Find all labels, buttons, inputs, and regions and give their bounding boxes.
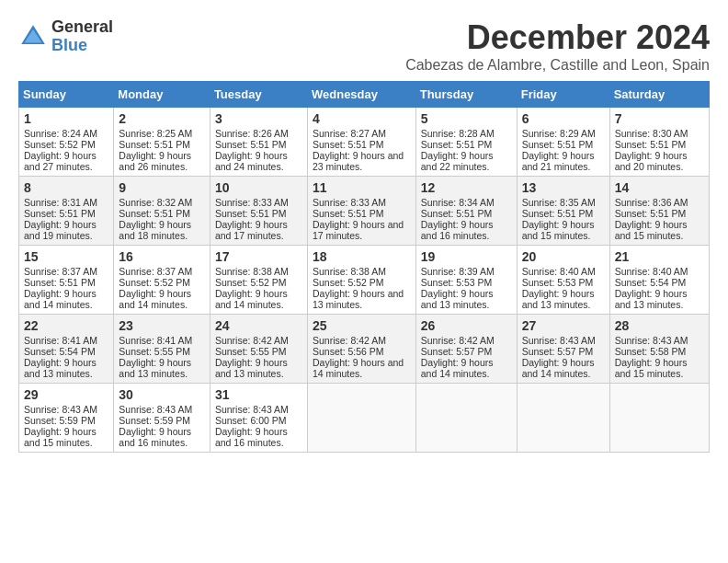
day-number: 28 bbox=[615, 318, 704, 333]
day-number: 31 bbox=[215, 387, 302, 402]
calendar-cell: 24Sunrise: 8:42 AMSunset: 5:55 PMDayligh… bbox=[210, 315, 307, 384]
sunrise-label: Sunrise: 8:42 AM bbox=[313, 335, 386, 346]
calendar-cell bbox=[415, 384, 517, 453]
sunset-label: Sunset: 5:51 PM bbox=[522, 139, 594, 150]
sunrise-label: Sunrise: 8:35 AM bbox=[522, 197, 596, 208]
calendar-cell bbox=[307, 384, 415, 453]
daylight-label: Daylight: 9 hours and 13 minutes. bbox=[615, 288, 688, 310]
day-number: 15 bbox=[24, 249, 108, 264]
week-row-4: 22Sunrise: 8:41 AMSunset: 5:54 PMDayligh… bbox=[19, 315, 710, 384]
daylight-label: Daylight: 9 hours and 20 minutes. bbox=[615, 150, 688, 172]
calendar-cell: 19Sunrise: 8:39 AMSunset: 5:53 PMDayligh… bbox=[415, 246, 517, 315]
day-number: 19 bbox=[421, 249, 512, 264]
calendar-cell: 10Sunrise: 8:33 AMSunset: 5:51 PMDayligh… bbox=[210, 177, 307, 246]
daylight-label: Daylight: 9 hours and 13 minutes. bbox=[313, 288, 404, 310]
daylight-label: Daylight: 9 hours and 14 minutes. bbox=[421, 357, 494, 379]
daylight-label: Daylight: 9 hours and 14 minutes. bbox=[24, 288, 97, 310]
sunset-label: Sunset: 6:00 PM bbox=[215, 415, 287, 426]
calendar-cell bbox=[609, 384, 709, 453]
sunset-label: Sunset: 5:57 PM bbox=[421, 346, 493, 357]
sunrise-label: Sunrise: 8:25 AM bbox=[119, 128, 192, 139]
daylight-label: Daylight: 9 hours and 17 minutes. bbox=[215, 219, 288, 241]
calendar-cell: 22Sunrise: 8:41 AMSunset: 5:54 PMDayligh… bbox=[19, 315, 114, 384]
sunrise-label: Sunrise: 8:36 AM bbox=[615, 197, 688, 208]
sunset-label: Sunset: 5:52 PM bbox=[215, 277, 287, 288]
sunrise-label: Sunrise: 8:37 AM bbox=[24, 266, 97, 277]
sunrise-label: Sunrise: 8:33 AM bbox=[313, 197, 386, 208]
sunset-label: Sunset: 5:51 PM bbox=[421, 208, 493, 219]
sunrise-label: Sunrise: 8:33 AM bbox=[215, 197, 289, 208]
day-number: 29 bbox=[24, 387, 108, 402]
daylight-label: Daylight: 9 hours and 21 minutes. bbox=[522, 150, 595, 172]
day-number: 20 bbox=[522, 249, 605, 264]
calendar-cell: 5Sunrise: 8:28 AMSunset: 5:51 PMDaylight… bbox=[415, 108, 517, 177]
day-number: 23 bbox=[119, 318, 205, 333]
sunset-label: Sunset: 5:52 PM bbox=[313, 277, 384, 288]
calendar-cell: 26Sunrise: 8:42 AMSunset: 5:57 PMDayligh… bbox=[415, 315, 517, 384]
calendar-cell: 14Sunrise: 8:36 AMSunset: 5:51 PMDayligh… bbox=[609, 177, 709, 246]
calendar-cell: 30Sunrise: 8:43 AMSunset: 5:59 PMDayligh… bbox=[114, 384, 210, 453]
sunset-label: Sunset: 5:51 PM bbox=[24, 208, 96, 219]
sunset-label: Sunset: 5:55 PM bbox=[215, 346, 287, 357]
daylight-label: Daylight: 9 hours and 22 minutes. bbox=[421, 150, 494, 172]
week-row-2: 8Sunrise: 8:31 AMSunset: 5:51 PMDaylight… bbox=[19, 177, 710, 246]
sunrise-label: Sunrise: 8:43 AM bbox=[215, 404, 289, 415]
sunset-label: Sunset: 5:51 PM bbox=[522, 208, 594, 219]
daylight-label: Daylight: 9 hours and 26 minutes. bbox=[119, 150, 191, 172]
day-number: 25 bbox=[313, 318, 411, 333]
day-number: 9 bbox=[119, 180, 205, 195]
sunset-label: Sunset: 5:51 PM bbox=[615, 139, 687, 150]
logo: General Blue bbox=[18, 18, 113, 55]
sunrise-label: Sunrise: 8:28 AM bbox=[421, 128, 495, 139]
sunrise-label: Sunrise: 8:30 AM bbox=[615, 128, 688, 139]
sunrise-label: Sunrise: 8:43 AM bbox=[24, 404, 97, 415]
daylight-label: Daylight: 9 hours and 15 minutes. bbox=[24, 426, 97, 448]
daylight-label: Daylight: 9 hours and 14 minutes. bbox=[522, 357, 595, 379]
logo-text: General Blue bbox=[51, 18, 113, 55]
daylight-label: Daylight: 9 hours and 14 minutes. bbox=[313, 357, 404, 379]
logo-blue: Blue bbox=[51, 37, 113, 55]
daylight-label: Daylight: 9 hours and 19 minutes. bbox=[24, 219, 97, 241]
week-row-5: 29Sunrise: 8:43 AMSunset: 5:59 PMDayligh… bbox=[19, 384, 710, 453]
day-header-monday: Monday bbox=[114, 82, 210, 108]
logo-icon bbox=[18, 22, 48, 52]
day-number: 1 bbox=[24, 111, 108, 126]
day-number: 12 bbox=[421, 180, 512, 195]
day-number: 6 bbox=[522, 111, 605, 126]
sunset-label: Sunset: 5:58 PM bbox=[615, 346, 687, 357]
sunrise-label: Sunrise: 8:38 AM bbox=[313, 266, 386, 277]
sunrise-label: Sunrise: 8:41 AM bbox=[119, 335, 192, 346]
sunset-label: Sunset: 5:55 PM bbox=[119, 346, 190, 357]
daylight-label: Daylight: 9 hours and 15 minutes. bbox=[615, 357, 688, 379]
day-header-sunday: Sunday bbox=[19, 82, 114, 108]
sunrise-label: Sunrise: 8:42 AM bbox=[421, 335, 495, 346]
calendar-cell: 6Sunrise: 8:29 AMSunset: 5:51 PMDaylight… bbox=[517, 108, 609, 177]
sunrise-label: Sunrise: 8:39 AM bbox=[421, 266, 495, 277]
day-number: 10 bbox=[215, 180, 302, 195]
sunrise-label: Sunrise: 8:43 AM bbox=[522, 335, 596, 346]
sunrise-label: Sunrise: 8:38 AM bbox=[215, 266, 289, 277]
day-number: 17 bbox=[215, 249, 302, 264]
main-title: December 2024 bbox=[405, 18, 710, 57]
sunset-label: Sunset: 5:51 PM bbox=[313, 208, 384, 219]
sunrise-label: Sunrise: 8:32 AM bbox=[119, 197, 192, 208]
sunset-label: Sunset: 5:51 PM bbox=[313, 139, 384, 150]
logo-general: General bbox=[51, 18, 113, 37]
sunset-label: Sunset: 5:51 PM bbox=[119, 139, 190, 150]
calendar-cell: 11Sunrise: 8:33 AMSunset: 5:51 PMDayligh… bbox=[307, 177, 415, 246]
calendar-cell: 1Sunrise: 8:24 AMSunset: 5:52 PMDaylight… bbox=[19, 108, 114, 177]
daylight-label: Daylight: 9 hours and 24 minutes. bbox=[215, 150, 288, 172]
calendar-cell bbox=[517, 384, 609, 453]
calendar-cell: 20Sunrise: 8:40 AMSunset: 5:53 PMDayligh… bbox=[517, 246, 609, 315]
calendar-cell: 21Sunrise: 8:40 AMSunset: 5:54 PMDayligh… bbox=[609, 246, 709, 315]
sunrise-label: Sunrise: 8:26 AM bbox=[215, 128, 289, 139]
daylight-label: Daylight: 9 hours and 14 minutes. bbox=[215, 288, 288, 310]
day-header-thursday: Thursday bbox=[415, 82, 517, 108]
calendar-cell: 29Sunrise: 8:43 AMSunset: 5:59 PMDayligh… bbox=[19, 384, 114, 453]
daylight-label: Daylight: 9 hours and 17 minutes. bbox=[313, 219, 404, 241]
sunrise-label: Sunrise: 8:43 AM bbox=[119, 404, 192, 415]
day-number: 22 bbox=[24, 318, 108, 333]
sunset-label: Sunset: 5:54 PM bbox=[24, 346, 96, 357]
week-row-1: 1Sunrise: 8:24 AMSunset: 5:52 PMDaylight… bbox=[19, 108, 710, 177]
calendar-cell: 23Sunrise: 8:41 AMSunset: 5:55 PMDayligh… bbox=[114, 315, 210, 384]
